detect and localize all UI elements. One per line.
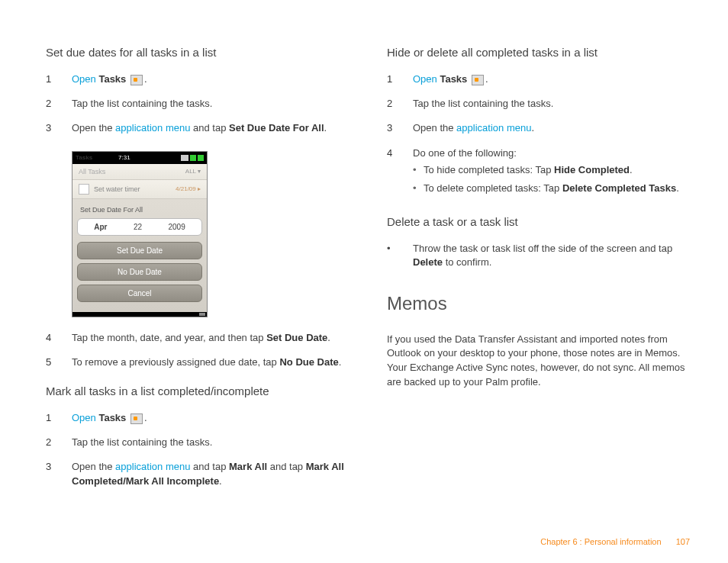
step-text: Tap the list containing the tasks. — [72, 97, 349, 111]
heading-set-due-dates: Set due dates for all tasks in a list — [46, 46, 349, 59]
date-day: 22 — [130, 223, 145, 231]
phone-app-label: Tasks — [76, 154, 92, 161]
step-number: 2 — [387, 97, 413, 111]
application-menu-link[interactable]: application menu — [115, 461, 190, 472]
step-number: 1 — [46, 411, 72, 425]
step-number: 4 — [46, 331, 72, 345]
page-footer: Chapter 6 : Personal information 107 — [540, 537, 690, 546]
step-text: To remove a previously assigned due date… — [72, 355, 349, 369]
step-text: Do one of the following: To hide complet… — [413, 146, 690, 201]
date-month: Apr — [91, 223, 110, 231]
heading-memos: Memos — [387, 293, 690, 314]
phone-time: 7:31 — [118, 154, 130, 161]
no-due-date-button: No Due Date — [77, 263, 202, 281]
phone-header-row: All Tasks ALL ▾ — [72, 164, 207, 180]
cancel-button: Cancel — [77, 285, 202, 302]
step-text: Open Tasks . — [72, 72, 349, 86]
open-link[interactable]: Open — [413, 73, 437, 85]
step-number: 3 — [46, 121, 72, 135]
steps-set-due-dates-cont: 4 Tap the month, date, and year, and the… — [46, 331, 349, 369]
checkbox-icon — [79, 184, 89, 195]
footer-chapter: Chapter 6 : Personal information — [540, 537, 661, 546]
step-number: 2 — [46, 97, 72, 111]
steps-set-due-dates: 1 Open Tasks . 2 Tap the list containing… — [46, 72, 349, 136]
tasks-label: Tasks — [98, 412, 126, 423]
step-text: Open the application menu. — [413, 121, 690, 135]
set-due-date-button: Set Due Date — [77, 242, 202, 259]
heading-hide-delete: Hide or delete all completed tasks in a … — [387, 46, 690, 59]
tasks-app-icon — [130, 413, 143, 424]
bullet-text: Throw the task or task list off the side… — [413, 242, 690, 269]
step-text: Open Tasks . — [72, 411, 349, 425]
tasks-app-icon — [130, 75, 143, 85]
steps-hide-delete: 1 Open Tasks . 2 Tap the list containing… — [387, 72, 690, 200]
tasks-label: Tasks — [440, 73, 467, 85]
phone-task-row: Set water timer 4/21/09 ▸ — [72, 180, 207, 199]
step-number: 5 — [46, 355, 72, 369]
right-column: Hide or delete all completed tasks in a … — [387, 46, 690, 503]
open-link[interactable]: Open — [72, 412, 96, 423]
sub-bullet: To hide completed tasks: Tap Hide Comple… — [413, 163, 690, 177]
footer-page-number: 107 — [676, 537, 690, 546]
step-text: Tap the list containing the tasks. — [413, 97, 690, 111]
phone-statusbar: Tasks 7:31 — [72, 152, 207, 164]
left-column: Set due dates for all tasks in a list 1 … — [46, 46, 349, 503]
step-number: 1 — [46, 72, 72, 86]
open-link[interactable]: Open — [72, 73, 96, 85]
tasks-app-icon — [472, 75, 484, 85]
phone-status-icons — [181, 155, 204, 161]
step-text: Open Tasks . — [413, 72, 690, 86]
step-text: Tap the list containing the tasks. — [72, 436, 349, 449]
bullet-dot: • — [387, 242, 413, 269]
heading-mark-all: Mark all tasks in a list completed/incom… — [46, 384, 349, 397]
memos-body: If you used the Data Transfer Assistant … — [387, 333, 690, 390]
delete-task-bullet: • Throw the task or task list off the si… — [387, 242, 690, 269]
step-text: Tap the month, date, and year, and then … — [72, 331, 349, 345]
tasks-label: Tasks — [98, 73, 126, 85]
panel-title: Set Due Date For All — [77, 204, 202, 218]
application-menu-link[interactable]: application menu — [115, 122, 190, 134]
steps-mark-all: 1 Open Tasks . 2 Tap the list containing… — [46, 411, 349, 488]
step-number: 3 — [387, 121, 413, 135]
step-text: Open the application menu and tap Set Du… — [72, 121, 349, 135]
phone-bottombar — [72, 312, 207, 317]
date-year: 2009 — [165, 223, 188, 231]
application-menu-link[interactable]: application menu — [456, 122, 531, 134]
step-text: Open the application menu and tap Mark A… — [72, 460, 349, 487]
step-number: 4 — [387, 146, 413, 201]
step-number: 1 — [387, 72, 413, 86]
date-picker: Apr 22 2009 — [77, 218, 202, 236]
step-number: 3 — [46, 460, 72, 487]
heading-delete-task: Delete a task or a task list — [387, 215, 690, 228]
sub-bullets: To hide completed tasks: Tap Hide Comple… — [413, 163, 690, 195]
phone-panel: Set Due Date For All Apr 22 2009 Set Due… — [72, 199, 207, 312]
step-number: 2 — [46, 436, 72, 449]
sub-bullet: To delete completed tasks: Tap Delete Co… — [413, 182, 690, 195]
phone-screenshot: Tasks 7:31 All Tasks ALL ▾ Set water tim… — [72, 151, 208, 317]
